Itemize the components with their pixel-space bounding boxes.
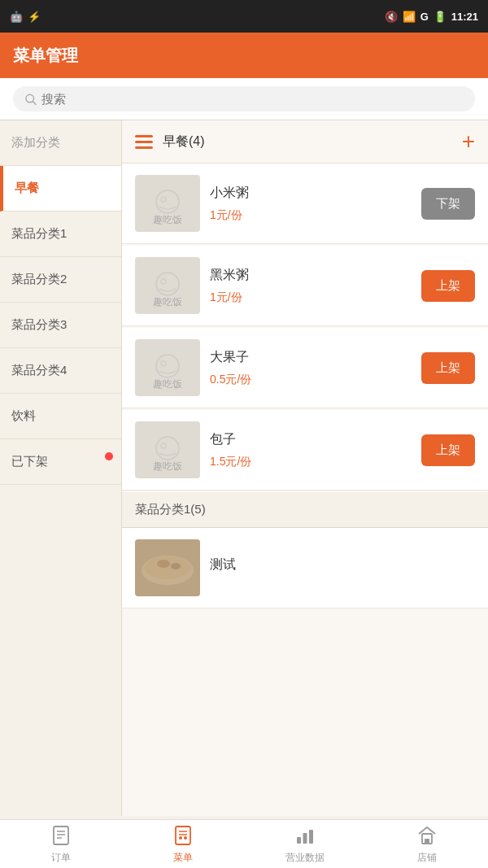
sidebar-item-offline[interactable]: 已下架 xyxy=(0,439,121,485)
item-name-4: 包子 xyxy=(210,431,412,448)
svg-rect-20 xyxy=(176,827,190,844)
menu-item-xiaomizhou: 趣吃饭 小米粥 1元/份 下架 xyxy=(122,164,488,244)
battery-icon: 🔋 xyxy=(434,11,447,23)
svg-rect-26 xyxy=(303,833,307,844)
nav-item-orders[interactable]: 订单 xyxy=(0,824,122,865)
svg-point-6 xyxy=(156,355,179,377)
food-real-img-placeholder xyxy=(135,539,200,596)
time-display: 11:21 xyxy=(451,11,478,23)
item-name-2: 黑米粥 xyxy=(210,267,412,284)
section-header: 早餐(4) + xyxy=(122,120,488,164)
svg-point-24 xyxy=(184,836,187,840)
sidebar-item-breakfast[interactable]: 早餐 xyxy=(0,166,121,212)
svg-rect-29 xyxy=(425,839,429,844)
search-icon xyxy=(24,93,37,106)
item-image-baozi: 趣吃饭 xyxy=(135,421,200,478)
sidebar-item-cat4[interactable]: 菜品分类4 xyxy=(0,348,121,394)
data-icon xyxy=(294,824,316,848)
search-input[interactable] xyxy=(41,92,464,106)
item-price-1: 1元/份 xyxy=(210,208,412,223)
item-action-btn-3[interactable]: 上架 xyxy=(421,352,475,384)
svg-point-23 xyxy=(179,836,182,840)
order-icon xyxy=(50,824,72,848)
item-image-daguozi: 趣吃饭 xyxy=(135,339,200,396)
item-action-btn-4[interactable]: 上架 xyxy=(421,434,475,466)
nav-label-orders: 订单 xyxy=(51,851,71,865)
menu-item-test: 测试 xyxy=(122,528,488,608)
nav-item-menu[interactable]: 菜单 xyxy=(122,824,244,865)
img-placeholder-text-3: 趣吃饭 xyxy=(135,377,200,391)
item-info-2: 黑米粥 1元/份 xyxy=(200,267,421,305)
menu-item-heimizhou: 趣吃饭 黑米粥 1元/份 上架 xyxy=(122,246,488,326)
nav-label-store: 店铺 xyxy=(417,851,437,865)
svg-point-5 xyxy=(161,279,166,284)
nav-label-menu: 菜单 xyxy=(173,851,193,865)
img-placeholder-text-4: 趣吃饭 xyxy=(135,460,200,473)
sidebar-item-cat1[interactable]: 菜品分类1 xyxy=(0,212,121,257)
svg-point-8 xyxy=(156,437,179,460)
section-title: 早餐(4) xyxy=(163,133,205,150)
nav-label-data: 营业数据 xyxy=(285,851,325,865)
search-input-wrap[interactable] xyxy=(13,86,475,111)
hamburger-icon[interactable] xyxy=(135,135,153,149)
svg-point-4 xyxy=(156,273,179,295)
section-header-left: 早餐(4) xyxy=(135,133,205,150)
store-icon xyxy=(416,824,438,848)
wifi-icon: 📶 xyxy=(403,11,416,23)
app-header: 菜单管理 xyxy=(0,33,488,78)
item-action-btn-2[interactable]: 上架 xyxy=(421,270,475,302)
item-image-xiaomizhou: 趣吃饭 xyxy=(135,175,200,232)
svg-point-9 xyxy=(161,443,166,448)
category-section-2-title: 菜品分类1(5) xyxy=(135,502,206,516)
nav-item-store[interactable]: 店铺 xyxy=(366,824,488,865)
img-placeholder-text-1: 趣吃饭 xyxy=(135,213,200,227)
svg-line-1 xyxy=(33,101,37,104)
mute-icon: 🔇 xyxy=(385,11,398,23)
offline-badge xyxy=(105,452,113,460)
usb-icon: ⚡ xyxy=(28,11,41,23)
status-right-icons: 🔇 📶 G 🔋 11:21 xyxy=(385,11,478,23)
svg-point-3 xyxy=(161,197,166,202)
category-section-2-header: 菜品分类1(5) xyxy=(122,492,488,528)
item-price-4: 1.5元/份 xyxy=(210,455,412,469)
item-image-test xyxy=(135,539,200,596)
svg-rect-27 xyxy=(309,830,313,844)
android-icon: 🤖 xyxy=(10,11,23,23)
page-title: 菜单管理 xyxy=(13,45,78,67)
signal-icon: G xyxy=(420,11,429,23)
menu-icon xyxy=(172,824,194,848)
sidebar-item-cat2[interactable]: 菜品分类2 xyxy=(0,257,121,303)
svg-point-7 xyxy=(161,361,166,366)
img-placeholder-text-2: 趣吃饭 xyxy=(135,295,200,309)
item-name-3: 大果子 xyxy=(210,349,412,366)
item-info-4: 包子 1.5元/份 xyxy=(200,431,421,469)
nav-item-data[interactable]: 营业数据 xyxy=(244,824,366,865)
item-info-1: 小米粥 1元/份 xyxy=(200,185,421,223)
search-bar-container xyxy=(0,78,488,120)
item-price-3: 0.5元/份 xyxy=(210,373,412,387)
svg-rect-16 xyxy=(54,827,68,844)
menu-item-daguozi: 趣吃饭 大果子 0.5元/份 上架 xyxy=(122,328,488,408)
svg-point-0 xyxy=(26,94,34,103)
sidebar-item-cat3[interactable]: 菜品分类3 xyxy=(0,303,121,348)
svg-rect-15 xyxy=(135,539,200,596)
add-item-button[interactable]: + xyxy=(462,130,475,153)
item-price-2: 1元/份 xyxy=(210,290,412,305)
item-info-test: 测试 xyxy=(200,556,475,580)
main-container: 添加分类 早餐 菜品分类1 菜品分类2 菜品分类3 菜品分类4 饮料 已下架 xyxy=(0,120,488,816)
svg-point-2 xyxy=(156,190,179,213)
item-action-btn-1[interactable]: 下架 xyxy=(421,188,475,220)
item-name-1: 小米粥 xyxy=(210,185,412,202)
item-info-3: 大果子 0.5元/份 xyxy=(200,349,421,387)
item-image-heimizhou: 趣吃饭 xyxy=(135,257,200,314)
content-area: 早餐(4) + 趣吃饭 小米粥 1元/份 下架 xyxy=(122,120,488,816)
bottom-nav: 订单 菜单 营业数据 xyxy=(0,819,488,868)
status-left-icons: 🤖 ⚡ xyxy=(10,11,41,23)
item-name-test: 测试 xyxy=(210,556,465,574)
status-bar: 🤖 ⚡ 🔇 📶 G 🔋 11:21 xyxy=(0,0,488,33)
sidebar-item-add[interactable]: 添加分类 xyxy=(0,120,121,166)
menu-item-baozi: 趣吃饭 包子 1.5元/份 上架 xyxy=(122,410,488,491)
svg-rect-25 xyxy=(297,837,301,844)
sidebar: 添加分类 早餐 菜品分类1 菜品分类2 菜品分类3 菜品分类4 饮料 已下架 xyxy=(0,120,122,816)
sidebar-item-drinks[interactable]: 饮料 xyxy=(0,394,121,439)
